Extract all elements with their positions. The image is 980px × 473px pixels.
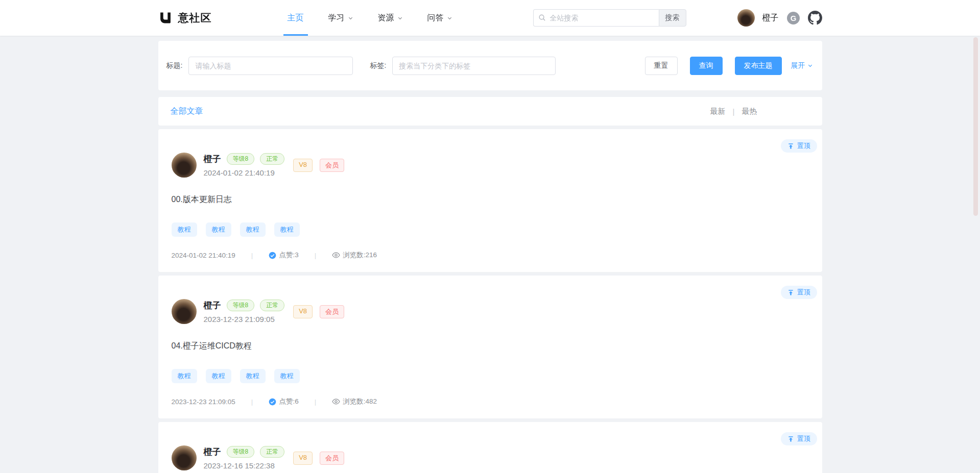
footer-time: 2023-12-23 21:09:05: [172, 398, 235, 406]
list-header: 全部文章 最新 | 最热: [158, 97, 822, 126]
status-badge: 正常: [260, 153, 284, 165]
post-footer: 2023-12-23 21:09:05 | 点赞:6 | 浏览数:482: [172, 397, 810, 406]
likes-group: 点赞:6: [269, 397, 298, 406]
pin-button-label: 置顶: [797, 141, 810, 151]
query-button[interactable]: 查询: [690, 57, 723, 75]
tag-field: 标签:: [370, 57, 556, 75]
avatar[interactable]: [172, 299, 197, 324]
post-tag[interactable]: 教程: [274, 369, 300, 383]
avatar[interactable]: [172, 153, 197, 178]
search-icon: [538, 14, 546, 21]
vip-badge: V8: [293, 452, 313, 465]
level-badge: 等级8: [227, 300, 255, 311]
top-navbar: 意社区 主页 学习 资源 问答: [0, 0, 980, 36]
nav-item-home[interactable]: 主页: [288, 0, 304, 36]
status-badge: 正常: [260, 446, 284, 458]
user-name[interactable]: 橙子: [762, 13, 779, 23]
post-time: 2023-12-16 15:22:38: [204, 461, 285, 470]
publish-topic-button[interactable]: 发布主题: [735, 57, 782, 75]
sort-group: 最新 | 最热: [710, 107, 757, 116]
post-author[interactable]: 橙子: [204, 446, 221, 458]
post-title[interactable]: 00.版本更新日志: [172, 194, 810, 205]
post-tag[interactable]: 教程: [172, 369, 197, 383]
nav-item-label: 学习: [328, 13, 345, 23]
chevron-down-icon: [397, 15, 403, 21]
user-area: 橙子 G: [737, 9, 822, 27]
pin-button-label: 置顶: [797, 288, 810, 297]
expand-toggle[interactable]: 展开: [791, 61, 813, 70]
chevron-down-icon: [348, 15, 353, 21]
nav-item-resources[interactable]: 资源: [378, 0, 403, 36]
views-text: 浏览数:216: [343, 251, 377, 260]
all-articles-tab[interactable]: 全部文章: [171, 106, 203, 117]
eye-icon: [332, 251, 340, 259]
post-card: 置顶 橙子 等级8 正常 2023-12-23 21:09:05 V8 会员 0…: [158, 276, 822, 418]
post-tag[interactable]: 教程: [240, 222, 266, 237]
reset-button[interactable]: 重置: [645, 57, 678, 75]
nav-item-qa[interactable]: 问答: [427, 0, 452, 36]
post-author[interactable]: 橙子: [204, 300, 221, 311]
post-tag[interactable]: 教程: [206, 222, 231, 237]
post-user-row: 橙子 等级8 正常 2024-01-02 21:40:19 V8 会员: [172, 153, 810, 178]
like-check-icon: [269, 252, 276, 259]
footer-separator: |: [251, 252, 253, 259]
tag-input[interactable]: [392, 57, 556, 75]
post-tag[interactable]: 教程: [274, 222, 300, 237]
expand-label: 展开: [791, 61, 805, 70]
footer-separator: |: [315, 252, 317, 259]
avatar[interactable]: [737, 9, 755, 27]
site-search: 搜索: [533, 9, 686, 27]
post-tags: 教程教程教程教程: [172, 369, 810, 383]
title-input[interactable]: [188, 57, 353, 75]
footer-separator: |: [251, 398, 253, 406]
like-check-icon: [269, 398, 276, 406]
status-badge: 正常: [260, 300, 284, 311]
search-button[interactable]: 搜索: [659, 9, 686, 27]
post-tag[interactable]: 教程: [206, 369, 231, 383]
footer-time: 2024-01-02 21:40:19: [172, 252, 235, 259]
title-field-label: 标题:: [166, 61, 183, 70]
brand[interactable]: 意社区: [158, 11, 212, 25]
views-group: 浏览数:482: [332, 397, 377, 406]
post-title[interactable]: 04.橙子运维CICD教程: [172, 341, 810, 352]
nav-item-label: 资源: [378, 13, 394, 23]
member-badge: 会员: [320, 159, 344, 172]
pin-button-label: 置顶: [797, 434, 810, 443]
footer-separator: |: [315, 398, 317, 406]
post-author[interactable]: 橙子: [204, 153, 221, 165]
search-input[interactable]: [533, 9, 659, 27]
pin-button[interactable]: 置顶: [781, 432, 817, 445]
likes-text: 点赞:6: [279, 397, 298, 406]
member-badge: 会员: [320, 305, 344, 318]
post-tag[interactable]: 教程: [240, 369, 266, 383]
filter-bar: 标题: 标签: 重置 查询 发布主题 展开: [158, 41, 822, 90]
sort-newest[interactable]: 最新: [710, 107, 726, 116]
pin-button[interactable]: 置顶: [781, 139, 817, 153]
views-text: 浏览数:482: [343, 397, 377, 406]
post-card: 置顶 橙子 等级8 正常 2023-12-16 15:22:38 V8 会员: [158, 422, 822, 473]
gitee-icon[interactable]: G: [786, 11, 800, 25]
pin-to-top-icon: [787, 143, 794, 150]
tag-field-label: 标签:: [370, 61, 386, 70]
level-badge: 等级8: [227, 153, 255, 165]
pin-button[interactable]: 置顶: [781, 286, 817, 299]
svg-text:G: G: [790, 14, 796, 22]
post-tags: 教程教程教程教程: [172, 222, 810, 237]
level-badge: 等级8: [227, 446, 255, 458]
post-time: 2023-12-23 21:09:05: [204, 315, 285, 323]
github-icon[interactable]: [808, 11, 822, 25]
post-user-row: 橙子 等级8 正常 2023-12-16 15:22:38 V8 会员: [172, 445, 810, 470]
nav-item-learn[interactable]: 学习: [328, 0, 353, 36]
nav-item-label: 问答: [427, 13, 444, 23]
post-footer: 2024-01-02 21:40:19 | 点赞:3 | 浏览数:216: [172, 251, 810, 260]
post-tag[interactable]: 教程: [172, 222, 197, 237]
main-nav: 主页 学习 资源 问答: [288, 0, 452, 36]
page-scrollbar[interactable]: [973, 37, 978, 216]
pin-to-top-icon: [787, 436, 794, 442]
sort-hottest[interactable]: 最热: [742, 107, 757, 116]
post-time: 2024-01-02 21:40:19: [204, 168, 285, 177]
avatar[interactable]: [172, 445, 197, 470]
sort-separator: |: [733, 107, 735, 116]
member-badge: 会员: [320, 452, 344, 465]
vip-badge: V8: [293, 305, 313, 318]
